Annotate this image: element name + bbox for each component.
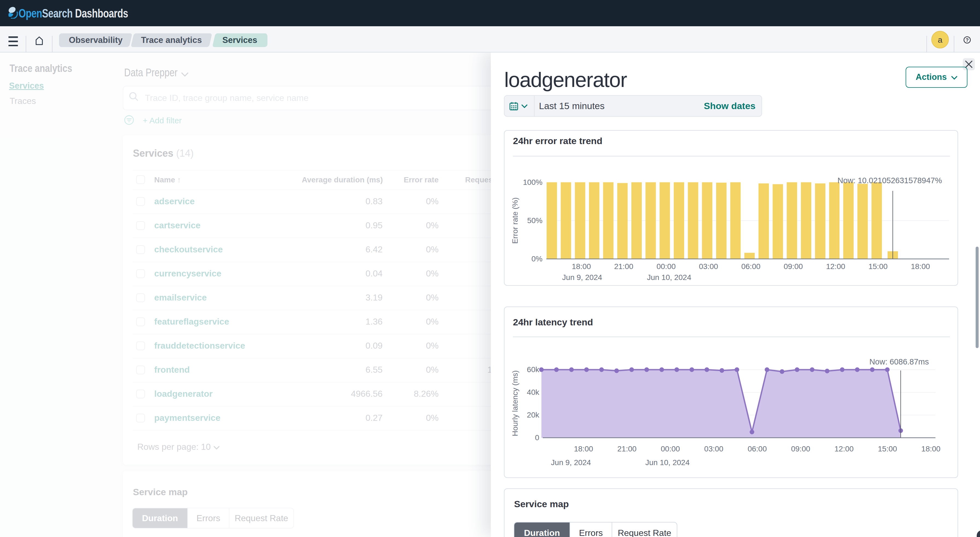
svg-text:06:00: 06:00	[748, 445, 767, 453]
svg-text:?: ?	[966, 37, 969, 43]
svg-text:0: 0	[535, 434, 539, 442]
svg-text:Hourly latency (ms): Hourly latency (ms)	[511, 370, 519, 436]
svg-text:03:00: 03:00	[699, 262, 718, 271]
svg-text:15:00: 15:00	[869, 262, 888, 271]
svg-text:Jun 10, 2024: Jun 10, 2024	[647, 273, 691, 282]
svg-text:12:00: 12:00	[826, 262, 845, 271]
svg-text:20k: 20k	[527, 411, 539, 419]
svg-text:Error rate (%): Error rate (%)	[511, 197, 519, 244]
svg-text:00:00: 00:00	[657, 262, 676, 271]
svg-text:100%: 100%	[523, 178, 542, 186]
svg-text:40k: 40k	[527, 388, 539, 396]
svg-text:Now: 6086.87ms: Now: 6086.87ms	[869, 357, 929, 366]
svg-text:18:00: 18:00	[921, 445, 940, 453]
svg-text:09:00: 09:00	[784, 262, 803, 271]
svg-text:Jun 10, 2024: Jun 10, 2024	[645, 458, 690, 467]
svg-text:60k: 60k	[527, 365, 539, 374]
svg-text:21:00: 21:00	[614, 262, 633, 271]
svg-text:18:00: 18:00	[572, 262, 591, 271]
svg-text:00:00: 00:00	[661, 445, 680, 453]
svg-text:03:00: 03:00	[704, 445, 723, 453]
svg-text:21:00: 21:00	[617, 445, 636, 453]
svg-text:50%: 50%	[527, 216, 542, 225]
svg-text:06:00: 06:00	[741, 262, 760, 271]
svg-text:Jun 9, 2024: Jun 9, 2024	[562, 273, 602, 282]
svg-text:18:00: 18:00	[911, 262, 930, 271]
svg-text:18:00: 18:00	[574, 445, 593, 453]
svg-text:0%: 0%	[531, 254, 542, 263]
svg-text:Jun 9, 2024: Jun 9, 2024	[551, 458, 591, 467]
svg-text:15:00: 15:00	[878, 445, 897, 453]
svg-text:09:00: 09:00	[791, 445, 810, 453]
svg-text:Now: 10.021052631578947%: Now: 10.021052631578947%	[838, 176, 942, 185]
svg-text:12:00: 12:00	[835, 445, 854, 453]
